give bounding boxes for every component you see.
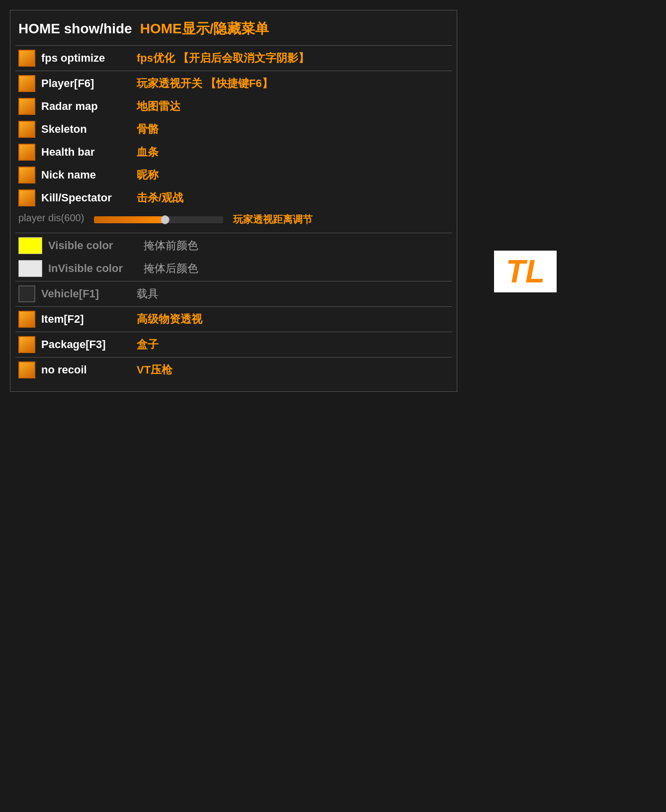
slider-label-en: player dis(600) (18, 212, 84, 224)
fps-optimize-checkbox[interactable] (18, 50, 35, 67)
divider-5 (15, 332, 452, 332)
kill-spectator-row[interactable]: Kill/Spectator 击杀/观战 (10, 186, 457, 209)
vehicle-label-en: Vehicle[F1] (41, 287, 131, 300)
divider-top (15, 45, 452, 46)
nick-name-label-en: Nick name (41, 169, 131, 181)
health-bar-label-en: Health bar (41, 146, 131, 159)
kill-spectator-label-en: Kill/Spectator (41, 191, 131, 204)
skeleton-row[interactable]: Skeleton 骨骼 (10, 118, 457, 141)
health-bar-label-cn: 血条 (137, 145, 159, 160)
health-bar-checkbox[interactable] (18, 144, 35, 161)
no-recoil-label-en: no recoil (41, 363, 131, 376)
radar-map-row[interactable]: Radar map 地图雷达 (10, 95, 457, 118)
slider-row[interactable]: player dis(600) 玩家透视距离调节 (18, 212, 449, 227)
slider-section: player dis(600) 玩家透视距离调节 (10, 209, 457, 232)
player-label-cn: 玩家透视开关 【快捷键F6】 (137, 76, 273, 91)
item-checkbox[interactable] (18, 311, 35, 328)
title-cn: HOME显示/隐藏菜单 (140, 19, 269, 38)
health-bar-row[interactable]: Health bar 血条 (10, 141, 457, 164)
no-recoil-label-cn: VT压枪 (137, 362, 172, 377)
nick-name-checkbox[interactable] (18, 167, 35, 183)
visible-color-row[interactable]: Visible color 掩体前颜色 (10, 234, 457, 257)
divider-2 (15, 233, 452, 233)
radar-map-label-cn: 地图雷达 (137, 99, 180, 114)
package-label-en: Package[F3] (41, 338, 131, 351)
package-row[interactable]: Package[F3] 盒子 (10, 333, 457, 356)
radar-map-checkbox[interactable] (18, 98, 35, 115)
item-label-en: Item[F2] (41, 313, 131, 326)
skeleton-label-en: Skeleton (41, 123, 131, 136)
title-row: HOME show/hide HOME显示/隐藏菜单 (10, 15, 457, 44)
nick-name-row[interactable]: Nick name 昵称 (10, 164, 457, 186)
divider-4 (15, 306, 452, 307)
player-row[interactable]: Player[F6] 玩家透视开关 【快捷键F6】 (10, 72, 457, 95)
vehicle-row[interactable]: Vehicle[F1] 载具 (10, 282, 457, 305)
player-checkbox[interactable] (18, 75, 35, 92)
visible-color-label-en: Visible color (48, 239, 138, 252)
title-en: HOME show/hide (18, 21, 132, 37)
package-label-cn: 盒子 (137, 337, 159, 352)
vehicle-label-cn: 载具 (137, 286, 159, 301)
tl-logo-container: TL (494, 251, 557, 292)
nick-name-label-cn: 昵称 (137, 168, 159, 182)
slider-label-cn: 玩家透视距离调节 (233, 213, 313, 226)
divider-1 (15, 71, 452, 71)
slider-track[interactable] (94, 216, 223, 223)
skeleton-label-cn: 骨骼 (137, 122, 159, 137)
slider-fill (94, 216, 165, 223)
item-row[interactable]: Item[F2] 高级物资透视 (10, 308, 457, 331)
divider-6 (15, 357, 452, 358)
invisible-color-swatch[interactable] (18, 260, 42, 277)
player-label-en: Player[F6] (41, 77, 131, 90)
no-recoil-checkbox[interactable] (18, 361, 35, 378)
skeleton-checkbox[interactable] (18, 121, 35, 138)
package-checkbox[interactable] (18, 336, 35, 353)
kill-spectator-checkbox[interactable] (18, 189, 35, 206)
invisible-color-row[interactable]: InVisible color 掩体后颜色 (10, 257, 457, 280)
main-panel: HOME show/hide HOME显示/隐藏菜单 fps optimize … (10, 10, 457, 392)
visible-color-swatch[interactable] (18, 237, 42, 254)
radar-map-label-en: Radar map (41, 100, 131, 113)
tl-logo-text: TL (506, 254, 545, 289)
item-label-cn: 高级物资透视 (137, 312, 202, 327)
no-recoil-row[interactable]: no recoil VT压枪 (10, 359, 457, 381)
invisible-color-label-en: InVisible color (48, 262, 138, 275)
slider-thumb[interactable] (161, 215, 169, 224)
kill-spectator-label-cn: 击杀/观战 (137, 190, 183, 205)
fps-optimize-label-cn: fps优化 【开启后会取消文字阴影】 (137, 51, 309, 66)
visible-color-label-cn: 掩体前颜色 (144, 238, 198, 253)
fps-optimize-label-en: fps optimize (41, 52, 131, 65)
divider-3 (15, 281, 452, 281)
invisible-color-label-cn: 掩体后颜色 (144, 261, 198, 276)
vehicle-checkbox[interactable] (18, 285, 35, 302)
fps-optimize-row[interactable]: fps optimize fps优化 【开启后会取消文字阴影】 (10, 47, 457, 70)
